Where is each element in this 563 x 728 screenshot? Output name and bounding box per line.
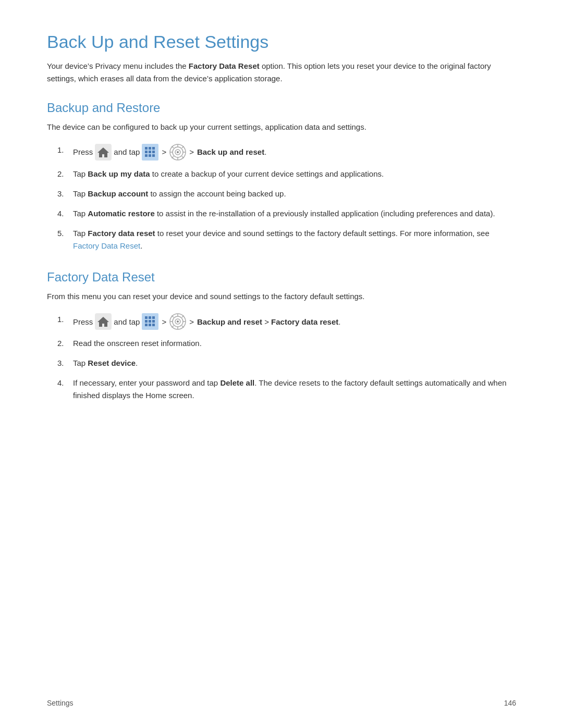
settings-icon xyxy=(169,144,186,161)
step-number: 2. xyxy=(57,337,73,350)
and-tap-label: and tap xyxy=(114,145,140,159)
step-content: If necessary, enter your password and ta… xyxy=(73,377,516,402)
step-content: Press and tap xyxy=(73,144,516,161)
svg-rect-30 xyxy=(145,320,148,323)
page-title: Back Up and Reset Settings xyxy=(47,31,516,53)
and-tap-label-2: and tap xyxy=(114,315,140,329)
step-number: 4. xyxy=(57,377,73,402)
step1-suffix: Back up and reset. xyxy=(197,145,266,159)
step-content: Read the onscreen reset information. xyxy=(73,337,516,350)
factory-step-2: 2. Read the onscreen reset information. xyxy=(57,337,516,350)
step-content: Press and tap xyxy=(73,313,516,330)
step-content: Tap Back up my data to create a backup o… xyxy=(73,168,516,180)
backup-step-5: 5. Tap Factory data reset to reset your … xyxy=(57,227,516,252)
factory-step-4: 4. If necessary, enter your password and… xyxy=(57,377,516,402)
step-number: 3. xyxy=(57,188,73,200)
backup-step-3: 3. Tap Backup account to assign the acco… xyxy=(57,188,516,200)
svg-point-39 xyxy=(177,320,179,323)
svg-rect-6 xyxy=(145,151,148,153)
home-icon xyxy=(95,144,112,161)
svg-rect-9 xyxy=(145,154,148,157)
footer-left: Settings xyxy=(47,699,74,707)
svg-rect-11 xyxy=(152,154,155,157)
settings-icon-2 xyxy=(169,313,186,330)
svg-rect-28 xyxy=(149,316,151,319)
step-number: 1. xyxy=(57,313,73,330)
home-icon-2 xyxy=(95,313,112,330)
factory-step-1: 1. Press and tap xyxy=(57,313,516,330)
arrow-2: > xyxy=(189,145,194,159)
step-content: Tap Factory data reset to reset your dev… xyxy=(73,227,516,252)
page-intro: Your device’s Privacy menu includes the … xyxy=(47,60,516,85)
section-intro-backup-restore: The device can be configured to back up … xyxy=(47,121,516,133)
arrow-4: > xyxy=(189,315,194,329)
arrow-1: > xyxy=(162,145,166,159)
factory-steps-list: 1. Press and tap xyxy=(57,313,516,402)
section-title-backup-restore: Backup and Restore xyxy=(47,100,516,116)
apps-grid-icon-2 xyxy=(142,313,158,330)
section-title-factory-reset: Factory Data Reset xyxy=(47,269,516,285)
factory-step1-suffix: Backup and reset > Factory data reset. xyxy=(197,315,341,329)
backup-step-1: 1. Press and tap xyxy=(57,144,516,161)
svg-point-15 xyxy=(177,151,179,153)
footer-page-number: 146 xyxy=(504,699,516,707)
apps-grid-icon xyxy=(142,144,158,161)
svg-rect-33 xyxy=(145,324,148,326)
step-number: 5. xyxy=(57,227,73,252)
factory-step-3: 3. Tap Reset device. xyxy=(57,357,516,369)
step-number: 4. xyxy=(57,207,73,220)
section-factory-reset: Factory Data Reset From this menu you ca… xyxy=(47,269,516,402)
factory-data-reset-link[interactable]: Factory Data Reset xyxy=(73,241,140,250)
svg-rect-8 xyxy=(152,151,155,153)
svg-rect-34 xyxy=(149,324,151,326)
arrow-3: > xyxy=(162,315,166,329)
press-label-2: Press xyxy=(73,315,93,329)
svg-rect-3 xyxy=(145,147,148,150)
svg-rect-32 xyxy=(152,320,155,323)
svg-rect-31 xyxy=(149,320,151,323)
step-content: Tap Automatic restore to assist in the r… xyxy=(73,207,516,220)
svg-rect-7 xyxy=(149,151,151,153)
step-content: Tap Reset device. xyxy=(73,357,516,369)
step-number: 1. xyxy=(57,144,73,161)
section-intro-factory-reset: From this menu you can reset your device… xyxy=(47,290,516,303)
page-footer: Settings 146 xyxy=(47,699,516,707)
backup-step-2: 2. Tap Back up my data to create a backu… xyxy=(57,168,516,180)
press-label: Press xyxy=(73,145,93,159)
section-backup-restore: Backup and Restore The device can be con… xyxy=(47,100,516,252)
backup-step-4: 4. Tap Automatic restore to assist in th… xyxy=(57,207,516,220)
svg-rect-27 xyxy=(145,316,148,319)
svg-rect-4 xyxy=(149,147,151,150)
backup-steps-list: 1. Press and tap xyxy=(57,144,516,252)
svg-rect-35 xyxy=(152,324,155,326)
svg-rect-10 xyxy=(149,154,151,157)
step-number: 3. xyxy=(57,357,73,369)
svg-rect-29 xyxy=(152,316,155,319)
step-content: Tap Backup account to assign the account… xyxy=(73,188,516,200)
svg-rect-5 xyxy=(152,147,155,150)
step-number: 2. xyxy=(57,168,73,180)
